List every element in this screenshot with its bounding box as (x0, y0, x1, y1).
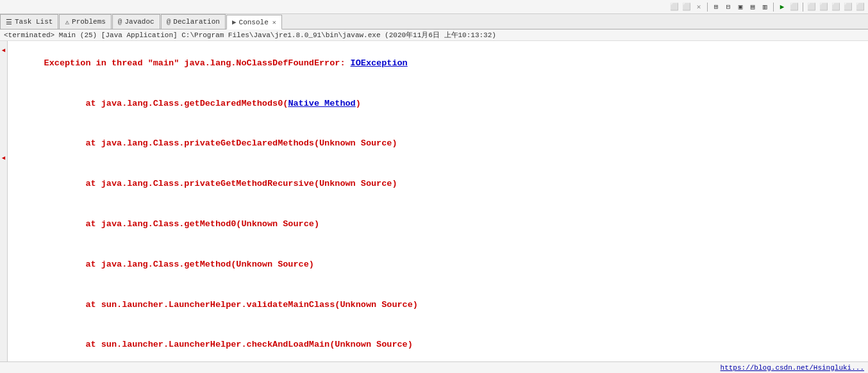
run-icon[interactable]: ▶ (777, 2, 787, 12)
gutter-empty-5 (0, 111, 7, 124)
tab-bar: ☰ Task List ⚠ Problems @ Javadoc @ Decla… (0, 14, 868, 29)
console-line-5: at java.lang.Class.getMethod0(Unknown So… (13, 204, 863, 245)
problems-icon: ⚠ (65, 18, 69, 26)
gutter-mark-2: ◀ (0, 151, 7, 165)
stop2-icon[interactable]: ⬜ (681, 2, 692, 12)
gutter-empty-10 (0, 192, 7, 205)
gutter-empty-7 (0, 138, 7, 151)
nav2-icon[interactable]: ⬜ (819, 2, 829, 12)
close-console-icon[interactable]: ✕ (694, 2, 704, 12)
run2-icon[interactable]: ⬜ (789, 2, 799, 12)
icon2[interactable]: ⊟ (723, 2, 733, 12)
ioexception-link-1[interactable]: IOException (351, 58, 408, 68)
tab-task-list[interactable]: ☰ Task List (0, 14, 58, 29)
tab-console[interactable]: ▶ Console ✕ (226, 15, 282, 29)
tab-problems[interactable]: ⚠ Problems (59, 14, 111, 29)
tab-declaration[interactable]: @ Declaration (161, 14, 226, 29)
toolbar-right: ⬜ ⬜ ✕ ⊞ ⊟ ▣ ▤ ▥ ▶ ⬜ ⬜ ⬜ ⬜ ⬜ ⬜ (669, 2, 865, 12)
gutter-empty-12 (0, 219, 7, 232)
gutter-mark-1: ◀ (0, 44, 7, 57)
at-text-1: at java.lang.Class.getDeclaredMethods0( (44, 99, 288, 108)
console-line-1: Exception in thread "main" java.lang.NoC… (13, 44, 863, 84)
icon4[interactable]: ▤ (747, 2, 758, 12)
icon5[interactable]: ▥ (760, 2, 770, 12)
gutter-empty-8 (0, 165, 7, 178)
console-line-3: at java.lang.Class.privateGetDeclaredMet… (13, 124, 863, 165)
icon3[interactable]: ▣ (735, 2, 746, 12)
console-output: Exception in thread "main" java.lang.NoC… (8, 41, 868, 361)
icon1[interactable]: ⊞ (711, 2, 721, 12)
tab-javadoc-label: Javadoc (124, 18, 154, 26)
at-text-3: at java.lang.Class.privateGetMethodRecur… (44, 179, 397, 188)
console-close-icon[interactable]: ✕ (272, 19, 276, 26)
native-method-link[interactable]: Native Method (288, 99, 355, 108)
gutter-empty-1 (0, 57, 7, 70)
task-list-icon: ☰ (6, 18, 12, 26)
separator3 (803, 3, 803, 12)
console-line-7: at sun.launcher.LauncherHelper.validateM… (13, 285, 863, 326)
at-text-2: at java.lang.Class.privateGetDeclaredMet… (44, 138, 397, 148)
at-text-4: at java.lang.Class.getMethod0(Unknown So… (44, 219, 319, 229)
error-marker-2: ◀ (2, 154, 5, 162)
console-line-8: at sun.launcher.LauncherHelper.checkAndL… (13, 325, 863, 361)
nav4-icon[interactable]: ⬜ (843, 2, 853, 12)
console-icon: ▶ (232, 18, 237, 26)
terminated-status: <terminated> Main (25) [Java Application… (4, 30, 496, 40)
gutter-empty-9 (0, 178, 7, 192)
error-marker-1: ◀ (2, 47, 5, 54)
top-toolbar: ⬜ ⬜ ✕ ⊞ ⊟ ▣ ▤ ▥ ▶ ⬜ ⬜ ⬜ ⬜ ⬜ ⬜ (0, 0, 868, 14)
bottom-bar: https://blog.csdn.net/Hsingluki... (0, 361, 868, 373)
gutter-empty-11 (0, 205, 7, 219)
tab-task-list-label: Task List (15, 18, 53, 26)
line-gutter: ◀ ◀ (0, 41, 8, 361)
stop-icon[interactable]: ⬜ (669, 2, 680, 12)
tab-console-label: Console (239, 19, 269, 26)
nav1-icon[interactable]: ⬜ (806, 2, 817, 12)
declaration-icon: @ (167, 18, 171, 26)
nav5-icon[interactable]: ⬜ (855, 2, 865, 12)
javadoc-icon: @ (118, 18, 122, 26)
exception-text-1: Exception in thread "main" java.lang.NoC… (44, 58, 351, 68)
tab-problems-label: Problems (72, 18, 106, 26)
gutter-empty-2 (0, 70, 7, 84)
console-line-2: at java.lang.Class.getDeclaredMethods0(N… (13, 84, 863, 124)
console-line-4: at java.lang.Class.privateGetMethodRecur… (13, 164, 863, 204)
console-wrapper: ◀ ◀ Exception in thread "main" java.lang… (0, 41, 868, 361)
gutter-empty-3 (0, 84, 7, 97)
console-line-6: at java.lang.Class.getMethod(Unknown Sou… (13, 245, 863, 285)
at-text-7: at sun.launcher.LauncherHelper.checkAndL… (44, 340, 413, 349)
tab-declaration-label: Declaration (173, 18, 220, 26)
paren-close-1: ) (356, 99, 361, 108)
at-text-5: at java.lang.Class.getMethod(Unknown Sou… (44, 260, 314, 269)
gutter-empty-6 (0, 124, 7, 138)
tab-javadoc[interactable]: @ Javadoc (112, 14, 160, 29)
nav3-icon[interactable]: ⬜ (831, 2, 841, 12)
status-bar: <terminated> Main (25) [Java Application… (0, 29, 868, 41)
separator2 (773, 3, 774, 12)
separator1 (707, 3, 708, 12)
gutter-empty-4 (0, 97, 7, 111)
at-text-6: at sun.launcher.LauncherHelper.validateM… (44, 300, 418, 310)
bottom-link[interactable]: https://blog.csdn.net/Hsingluki... (721, 364, 864, 372)
